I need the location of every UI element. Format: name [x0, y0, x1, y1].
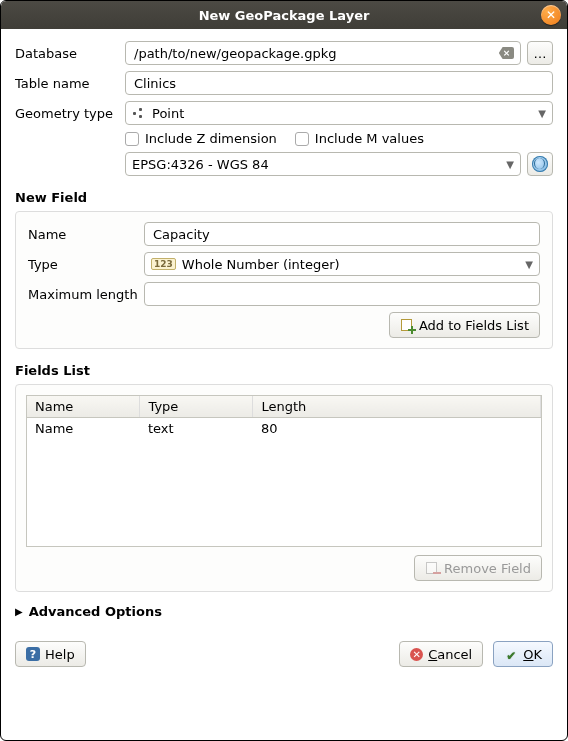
- row-zm-options: Include Z dimension Include M values: [125, 131, 553, 146]
- table-name-input[interactable]: [125, 71, 553, 95]
- max-length-input[interactable]: [144, 282, 540, 306]
- include-z-label: Include Z dimension: [145, 131, 277, 146]
- point-icon: [132, 106, 146, 120]
- field-name-field[interactable]: [151, 226, 533, 243]
- max-length-label: Maximum length: [28, 287, 144, 302]
- field-name-label: Name: [28, 227, 144, 242]
- row-table-name: Table name: [15, 71, 553, 95]
- col-name[interactable]: Name: [27, 396, 140, 418]
- row-database: Database × …: [15, 41, 553, 65]
- close-icon[interactable]: ✕: [541, 5, 561, 25]
- col-type[interactable]: Type: [140, 396, 253, 418]
- database-label: Database: [15, 46, 125, 61]
- cell-name: Name: [27, 418, 140, 440]
- add-to-fields-button[interactable]: Add to Fields List: [389, 312, 540, 338]
- cancel-label: Cancel: [428, 647, 472, 662]
- chevron-down-icon: ▼: [506, 159, 514, 170]
- crs-combo[interactable]: EPSG:4326 - WGS 84 ▼: [125, 152, 521, 176]
- table-name-field[interactable]: [132, 75, 546, 92]
- include-z-checkbox[interactable]: Include Z dimension: [125, 131, 277, 146]
- checkbox-box: [295, 132, 309, 146]
- field-type-combo[interactable]: 123 Whole Number (integer) ▼: [144, 252, 540, 276]
- window-title: New GeoPackage Layer: [199, 8, 370, 23]
- titlebar: New GeoPackage Layer ✕: [1, 1, 567, 29]
- table-name-label: Table name: [15, 76, 125, 91]
- clear-icon[interactable]: ×: [499, 47, 514, 59]
- ok-label: OK: [523, 647, 542, 662]
- row-max-length: Maximum length: [28, 282, 540, 306]
- geometry-type-combo[interactable]: Point ▼: [125, 101, 553, 125]
- include-m-checkbox[interactable]: Include M values: [295, 131, 424, 146]
- checkbox-box: [125, 132, 139, 146]
- ok-icon: [504, 648, 518, 660]
- crs-select-button[interactable]: [527, 152, 553, 176]
- field-type-label: Type: [28, 257, 144, 272]
- include-m-label: Include M values: [315, 131, 424, 146]
- help-button[interactable]: ? Help: [15, 641, 86, 667]
- fields-header-row: Name Type Length: [27, 396, 541, 418]
- globe-icon: [532, 156, 548, 172]
- help-icon: ?: [26, 647, 40, 661]
- geometry-type-label: Geometry type: [15, 106, 125, 121]
- row-field-type: Type 123 Whole Number (integer) ▼: [28, 252, 540, 276]
- fields-list-heading: Fields List: [15, 363, 553, 378]
- add-to-fields-label: Add to Fields List: [419, 318, 529, 333]
- remove-field-label: Remove Field: [444, 561, 531, 576]
- browse-label: …: [534, 46, 547, 61]
- field-type-value: Whole Number (integer): [182, 257, 340, 272]
- cancel-icon: ✕: [410, 648, 423, 661]
- fields-list-group: Name Type Length Name text 80: [15, 384, 553, 592]
- cell-length: 80: [253, 418, 541, 440]
- help-label: Help: [45, 647, 75, 662]
- advanced-options-label: Advanced Options: [29, 604, 162, 619]
- remove-field-button: Remove Field: [414, 555, 542, 581]
- chevron-down-icon: ▼: [538, 108, 546, 119]
- table-row[interactable]: Name text 80: [27, 418, 541, 440]
- col-length[interactable]: Length: [253, 396, 541, 418]
- chevron-down-icon: ▼: [525, 259, 533, 270]
- new-field-group: Name Type 123 Whole Number (integer) ▼ M…: [15, 211, 553, 349]
- max-length-field[interactable]: [151, 286, 533, 303]
- cancel-button[interactable]: ✕ Cancel: [399, 641, 483, 667]
- advanced-options-expander[interactable]: ▶ Advanced Options: [15, 604, 553, 619]
- remove-field-icon: [425, 561, 439, 575]
- database-field[interactable]: [132, 45, 495, 62]
- field-name-input[interactable]: [144, 222, 540, 246]
- browse-button[interactable]: …: [527, 41, 553, 65]
- cell-type: text: [140, 418, 253, 440]
- row-field-name: Name: [28, 222, 540, 246]
- row-geometry-type: Geometry type Point ▼: [15, 101, 553, 125]
- dialog-footer: ? Help ✕ Cancel OK: [1, 631, 567, 681]
- dialog-content: Database × … Table name Geometry type Po…: [1, 29, 567, 619]
- database-input[interactable]: ×: [125, 41, 521, 65]
- integer-icon: 123: [151, 258, 176, 270]
- new-field-heading: New Field: [15, 190, 553, 205]
- ok-button[interactable]: OK: [493, 641, 553, 667]
- dialog-window: New GeoPackage Layer ✕ Database × … Tabl…: [0, 0, 568, 741]
- expand-icon: ▶: [15, 606, 23, 617]
- geometry-type-value: Point: [152, 106, 184, 121]
- add-field-icon: [400, 318, 414, 332]
- fields-table[interactable]: Name Type Length Name text 80: [26, 395, 542, 547]
- row-crs: EPSG:4326 - WGS 84 ▼: [125, 152, 553, 176]
- crs-value: EPSG:4326 - WGS 84: [132, 157, 269, 172]
